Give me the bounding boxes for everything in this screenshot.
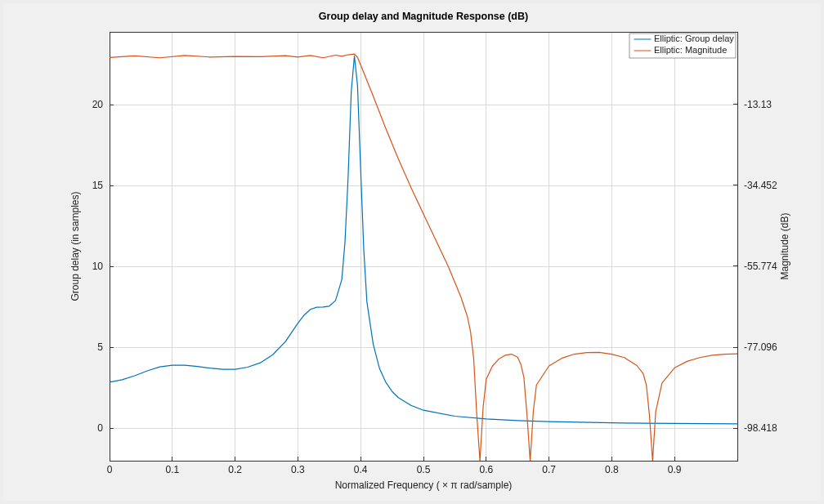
xtick-label: 0 [107, 464, 113, 475]
xtick-label: 0.7 [542, 464, 556, 475]
ytick-right-label: -98.418 [744, 422, 777, 434]
xtick-label: 0.9 [668, 464, 682, 475]
xtick-label: 0.3 [291, 464, 305, 475]
xtick-label: 0.8 [605, 464, 619, 475]
chart-title: Group delay and Magnitude Response (dB) [319, 11, 528, 22]
ytick-right-label: -13.13 [744, 99, 772, 110]
ytick-left-label: 5 [97, 341, 103, 353]
xtick-label: 0.2 [228, 464, 242, 475]
xtick-label: 0.1 [165, 464, 179, 475]
ytick-left-label: 20 [92, 99, 104, 110]
y-axis-left-label: Group delay (in samples) [69, 191, 81, 301]
xtick-label: 0.4 [354, 464, 368, 475]
ytick-right-label: -55.774 [744, 261, 777, 272]
xtick-label: 0.5 [417, 464, 431, 475]
xtick-label: 0.6 [479, 464, 493, 475]
ytick-right-label: -34.452 [744, 180, 777, 191]
legend-label: Elliptic: Group delay [654, 33, 734, 43]
x-axis-label: Normalized Frequency ( × π rad/sample) [335, 479, 513, 491]
legend-label: Elliptic: Magnitude [654, 45, 727, 55]
ytick-right-label: -77.096 [744, 341, 777, 353]
chart-canvas: 00.10.20.30.40.50.60.70.80.905101520-98.… [3, 3, 821, 501]
ytick-left-label: 15 [92, 180, 104, 191]
ytick-left-label: 0 [97, 422, 103, 434]
ytick-left-label: 10 [92, 261, 104, 272]
y-axis-right-label: Magnitude (dB) [779, 212, 790, 279]
figure-window: 00.10.20.30.40.50.60.70.80.905101520-98.… [3, 3, 821, 501]
